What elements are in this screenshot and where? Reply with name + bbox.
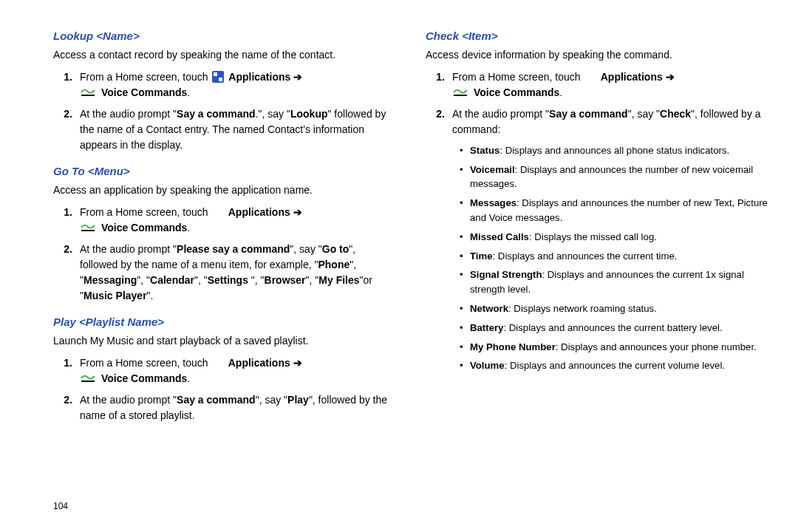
bullet-label: Missed Calls — [470, 231, 529, 242]
voice-commands-label: Voice Commands — [101, 86, 187, 98]
text: At the audio prompt " — [80, 243, 177, 255]
step-number: 1. — [426, 69, 452, 85]
period: . — [187, 372, 190, 384]
steps-goto: 1. From a Home screen, touch Application… — [53, 205, 396, 304]
bullet-text: : Displays and announces the current vol… — [505, 360, 725, 371]
arrow-icon: ➔ — [666, 71, 675, 83]
desc-play: Launch My Music and start playback of a … — [53, 334, 396, 348]
check-bullet-item: Time: Displays and announces the current… — [460, 249, 768, 264]
desc-check: Access device information by speaking th… — [426, 48, 768, 62]
svg-rect-3 — [454, 95, 467, 96]
section-goto: Go To <Menu> Access an application by sp… — [53, 165, 396, 304]
step-text: At the audio prompt "Say a command", say… — [452, 106, 768, 137]
steps-play: 1. From a Home screen, touch Application… — [53, 355, 396, 423]
steps-check: 1. From a Home screen, touch Application… — [426, 69, 768, 137]
applications-label: Applications — [228, 206, 290, 218]
heading-play: Play <Playlist Name> — [53, 316, 396, 328]
arrow-icon: ➔ — [293, 206, 302, 218]
text: Say a command — [549, 108, 628, 120]
text: From a Home screen, touch — [452, 71, 583, 83]
text: Lookup — [290, 108, 328, 120]
text: Messaging — [83, 274, 137, 286]
desc-goto: Access an application by speaking the ap… — [53, 183, 396, 197]
text: Say a command — [177, 108, 256, 120]
nuance-icon — [452, 87, 468, 98]
arrow-icon: ➔ — [293, 357, 302, 369]
check-bullet-item: Network: Displays network roaming status… — [460, 301, 768, 316]
step-text: At the audio prompt "Say a command", say… — [80, 392, 396, 423]
text: ", say " — [290, 243, 321, 255]
step-text: At the audio prompt "Say a command.", sa… — [80, 106, 396, 153]
bullet-label: Time — [470, 250, 493, 262]
check-bullet-item: Messages: Displays and announces the num… — [460, 196, 768, 225]
check-bullet-item: My Phone Number: Displays and announces … — [460, 340, 768, 355]
heading-goto: Go To <Menu> — [53, 165, 396, 177]
arrow-icon: ➔ — [293, 71, 302, 83]
heading-lookup: Lookup <Name> — [53, 30, 396, 42]
step-number: 2. — [53, 106, 80, 122]
applications-label: Applications — [228, 357, 290, 369]
voice-commands-label: Voice Commands — [474, 86, 559, 98]
svg-rect-2 — [81, 381, 95, 382]
right-column: Check <Item> Access device information b… — [426, 30, 768, 435]
manual-page: Lookup <Name> Access a contact record by… — [0, 0, 798, 532]
nuance-icon — [80, 373, 96, 383]
step-number: 1. — [53, 205, 80, 220]
text: At the audio prompt " — [80, 394, 177, 406]
text: From a Home screen, touch — [80, 71, 211, 83]
desc-lookup: Access a contact record by speaking the … — [53, 48, 396, 62]
check-bullet-item: Battery: Displays and announces the curr… — [460, 321, 768, 335]
bullet-label: My Phone Number — [470, 341, 556, 352]
section-play: Play <Playlist Name> Launch My Music and… — [53, 316, 396, 423]
nuance-icon — [80, 222, 96, 233]
bullet-label: Voicemail — [470, 164, 515, 175]
period: . — [187, 222, 190, 233]
text: Calendar — [150, 274, 194, 286]
bullet-text: : Displays and announces the current bat… — [503, 322, 722, 333]
text: Check — [660, 108, 691, 120]
step-number: 2. — [53, 242, 80, 257]
bullet-label: Signal Strength — [470, 269, 542, 280]
svg-rect-1 — [81, 230, 95, 231]
page-number: 104 — [53, 501, 68, 511]
voice-commands-label: Voice Commands — [101, 372, 187, 384]
text: Say a command — [177, 394, 256, 406]
section-check: Check <Item> Access device information b… — [426, 30, 768, 373]
check-bullet-item: Volume: Displays and announces the curre… — [460, 358, 768, 373]
text: ", say " — [628, 108, 660, 120]
step-number: 1. — [53, 69, 80, 85]
applications-label: Applications — [228, 71, 290, 83]
text: .", say " — [256, 108, 290, 120]
check-bullet-item: Status: Displays and announces all phone… — [460, 143, 768, 158]
step-number: 2. — [426, 106, 452, 122]
bullet-text: : Displays the missed call log. — [529, 231, 657, 242]
check-bullet-item: Signal Strength: Displays and announces … — [460, 267, 768, 297]
bullet-text: : Displays network roaming status. — [508, 303, 657, 314]
step-text: From a Home screen, touch Applications ➔… — [80, 205, 302, 236]
bullet-text: : Displays and announces the current tim… — [493, 250, 678, 262]
text: ", " — [137, 274, 150, 286]
step-text: At the audio prompt "Please say a comman… — [80, 242, 396, 304]
period: . — [559, 86, 562, 98]
section-lookup: Lookup <Name> Access a contact record by… — [53, 30, 396, 153]
heading-check: Check <Item> — [426, 30, 768, 42]
step-number: 1. — [53, 355, 80, 371]
two-column-layout: Lookup <Name> Access a contact record by… — [53, 30, 768, 435]
bullet-text: : Displays and announces your phone numb… — [556, 341, 757, 352]
text: From a Home screen, touch — [80, 206, 211, 218]
applications-icon — [212, 71, 224, 83]
step-text: From a Home screen, touch Applications ➔… — [452, 69, 675, 100]
nuance-icon — [80, 87, 96, 98]
bullet-label: Battery — [470, 322, 503, 333]
text: ", say " — [256, 394, 287, 406]
step-text: From a Home screen, touch Applications ➔… — [80, 69, 302, 100]
bullet-text: : Displays and announces all phone statu… — [499, 145, 729, 156]
text: Settings — [208, 274, 248, 286]
check-bullet-item: Missed Calls: Displays the missed call l… — [460, 230, 768, 245]
text: From a Home screen, touch — [80, 357, 211, 369]
text: At the audio prompt " — [452, 108, 549, 120]
applications-label: Applications — [601, 71, 663, 83]
step-number: 2. — [53, 392, 80, 408]
text: Please say a command — [177, 243, 290, 255]
text: Play — [287, 394, 309, 406]
